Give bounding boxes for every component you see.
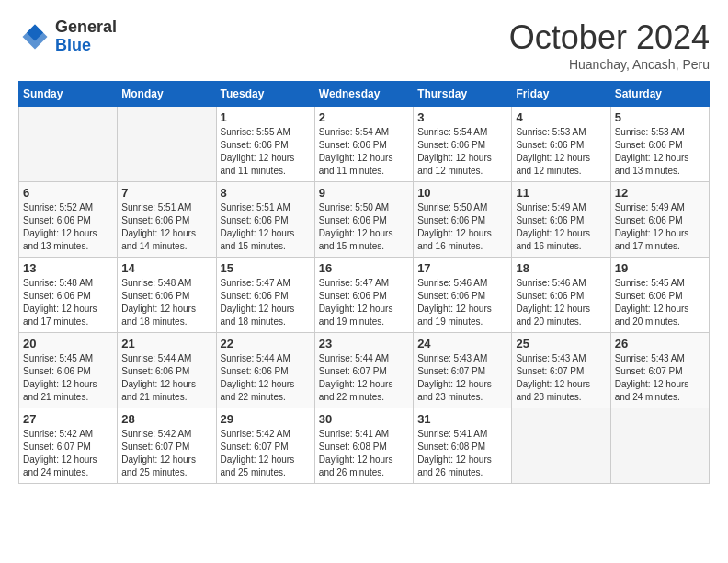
day-number: 29 (221, 412, 311, 426)
day-detail: Sunrise: 5:41 AM Sunset: 6:08 PM Dayligh… (319, 428, 409, 479)
day-detail: Sunrise: 5:45 AM Sunset: 6:06 PM Dayligh… (615, 277, 705, 328)
day-detail: Sunrise: 5:51 AM Sunset: 6:06 PM Dayligh… (221, 201, 311, 253)
header-row: SundayMondayTuesdayWednesdayThursdayFrid… (19, 82, 710, 107)
day-number: 21 (121, 337, 211, 350)
header-cell-friday: Friday (512, 82, 610, 107)
day-number: 27 (23, 412, 113, 426)
calendar-week-4: 20Sunrise: 5:45 AM Sunset: 6:06 PM Dayli… (19, 333, 710, 408)
day-detail: Sunrise: 5:43 AM Sunset: 6:07 PM Dayligh… (417, 352, 507, 404)
calendar-cell (118, 107, 216, 182)
calendar-cell: 5Sunrise: 5:53 AM Sunset: 6:06 PM Daylig… (610, 107, 709, 182)
calendar-cell: 22Sunrise: 5:44 AM Sunset: 6:06 PM Dayli… (216, 333, 314, 408)
day-detail: Sunrise: 5:54 AM Sunset: 6:06 PM Dayligh… (319, 126, 409, 178)
header-cell-saturday: Saturday (610, 82, 709, 107)
calendar-cell: 2Sunrise: 5:54 AM Sunset: 6:06 PM Daylig… (314, 107, 413, 182)
calendar-cell: 29Sunrise: 5:42 AM Sunset: 6:07 PM Dayli… (216, 408, 314, 484)
calendar-week-5: 27Sunrise: 5:42 AM Sunset: 6:07 PM Dayli… (19, 408, 710, 484)
calendar-cell (610, 408, 709, 484)
day-number: 20 (23, 337, 113, 350)
calendar-cell: 7Sunrise: 5:51 AM Sunset: 6:06 PM Daylig… (118, 182, 216, 258)
calendar-cell: 1Sunrise: 5:55 AM Sunset: 6:06 PM Daylig… (216, 107, 314, 182)
day-number: 4 (516, 110, 606, 124)
calendar-week-3: 13Sunrise: 5:48 AM Sunset: 6:06 PM Dayli… (19, 258, 710, 333)
calendar-week-1: 1Sunrise: 5:55 AM Sunset: 6:06 PM Daylig… (19, 107, 710, 182)
day-number: 31 (417, 412, 507, 426)
day-number: 1 (221, 110, 311, 124)
calendar-cell: 4Sunrise: 5:53 AM Sunset: 6:06 PM Daylig… (512, 107, 610, 182)
calendar-cell: 6Sunrise: 5:52 AM Sunset: 6:06 PM Daylig… (19, 182, 118, 258)
calendar-table: SundayMondayTuesdayWednesdayThursdayFrid… (18, 81, 710, 484)
calendar-cell: 12Sunrise: 5:49 AM Sunset: 6:06 PM Dayli… (610, 182, 709, 258)
day-detail: Sunrise: 5:49 AM Sunset: 6:06 PM Dayligh… (615, 201, 705, 253)
day-detail: Sunrise: 5:55 AM Sunset: 6:06 PM Dayligh… (221, 126, 311, 178)
day-detail: Sunrise: 5:53 AM Sunset: 6:06 PM Dayligh… (516, 126, 606, 178)
calendar-cell: 11Sunrise: 5:49 AM Sunset: 6:06 PM Dayli… (512, 182, 610, 258)
calendar-cell: 14Sunrise: 5:48 AM Sunset: 6:06 PM Dayli… (118, 258, 216, 333)
calendar-cell: 26Sunrise: 5:43 AM Sunset: 6:07 PM Dayli… (610, 333, 709, 408)
day-number: 25 (516, 337, 606, 350)
day-detail: Sunrise: 5:43 AM Sunset: 6:07 PM Dayligh… (615, 352, 705, 404)
calendar-cell: 3Sunrise: 5:54 AM Sunset: 6:06 PM Daylig… (414, 107, 512, 182)
header-cell-thursday: Thursday (414, 82, 512, 107)
calendar-cell: 10Sunrise: 5:50 AM Sunset: 6:06 PM Dayli… (414, 182, 512, 258)
day-number: 7 (121, 186, 211, 200)
calendar-week-2: 6Sunrise: 5:52 AM Sunset: 6:06 PM Daylig… (19, 182, 710, 258)
day-detail: Sunrise: 5:45 AM Sunset: 6:06 PM Dayligh… (23, 352, 113, 404)
day-detail: Sunrise: 5:50 AM Sunset: 6:06 PM Dayligh… (417, 201, 507, 253)
day-detail: Sunrise: 5:52 AM Sunset: 6:06 PM Dayligh… (23, 201, 113, 253)
calendar-cell: 8Sunrise: 5:51 AM Sunset: 6:06 PM Daylig… (216, 182, 314, 258)
header-cell-wednesday: Wednesday (314, 82, 413, 107)
day-number: 22 (221, 337, 311, 350)
day-detail: Sunrise: 5:46 AM Sunset: 6:06 PM Dayligh… (417, 277, 507, 328)
calendar-cell: 20Sunrise: 5:45 AM Sunset: 6:06 PM Dayli… (19, 333, 118, 408)
month-title: October 2024 (509, 18, 710, 57)
day-detail: Sunrise: 5:49 AM Sunset: 6:06 PM Dayligh… (516, 201, 606, 253)
calendar-header: SundayMondayTuesdayWednesdayThursdayFrid… (19, 82, 710, 107)
day-number: 18 (516, 261, 606, 275)
day-number: 8 (221, 186, 311, 200)
day-detail: Sunrise: 5:42 AM Sunset: 6:07 PM Dayligh… (221, 428, 311, 479)
calendar-cell: 25Sunrise: 5:43 AM Sunset: 6:07 PM Dayli… (512, 333, 610, 408)
logo-blue-text: Blue (55, 36, 91, 54)
calendar-cell: 18Sunrise: 5:46 AM Sunset: 6:06 PM Dayli… (512, 258, 610, 333)
day-number: 17 (417, 261, 507, 275)
day-detail: Sunrise: 5:41 AM Sunset: 6:08 PM Dayligh… (417, 428, 507, 479)
day-number: 11 (516, 186, 606, 200)
day-number: 26 (615, 337, 705, 350)
calendar-cell: 19Sunrise: 5:45 AM Sunset: 6:06 PM Dayli… (610, 258, 709, 333)
calendar-cell: 17Sunrise: 5:46 AM Sunset: 6:06 PM Dayli… (414, 258, 512, 333)
day-detail: Sunrise: 5:42 AM Sunset: 6:07 PM Dayligh… (23, 428, 113, 479)
day-number: 24 (417, 337, 507, 350)
page-header: General Blue October 2024 Huanchay, Anca… (18, 18, 710, 72)
calendar-cell (512, 408, 610, 484)
calendar-cell: 27Sunrise: 5:42 AM Sunset: 6:07 PM Dayli… (19, 408, 118, 484)
day-detail: Sunrise: 5:47 AM Sunset: 6:06 PM Dayligh… (319, 277, 409, 328)
title-section: October 2024 Huanchay, Ancash, Peru (509, 18, 710, 72)
day-detail: Sunrise: 5:43 AM Sunset: 6:07 PM Dayligh… (516, 352, 606, 404)
day-number: 6 (23, 186, 113, 200)
calendar-cell: 13Sunrise: 5:48 AM Sunset: 6:06 PM Dayli… (19, 258, 118, 333)
calendar-cell: 21Sunrise: 5:44 AM Sunset: 6:06 PM Dayli… (118, 333, 216, 408)
day-number: 10 (417, 186, 507, 200)
day-number: 15 (221, 261, 311, 275)
day-number: 28 (121, 412, 211, 426)
day-detail: Sunrise: 5:51 AM Sunset: 6:06 PM Dayligh… (121, 201, 211, 253)
header-cell-sunday: Sunday (19, 82, 118, 107)
day-detail: Sunrise: 5:50 AM Sunset: 6:06 PM Dayligh… (319, 201, 409, 253)
calendar-cell: 23Sunrise: 5:44 AM Sunset: 6:07 PM Dayli… (314, 333, 413, 408)
day-number: 3 (417, 110, 507, 124)
logo-icon (18, 20, 51, 53)
day-detail: Sunrise: 5:48 AM Sunset: 6:06 PM Dayligh… (23, 277, 113, 328)
day-detail: Sunrise: 5:54 AM Sunset: 6:06 PM Dayligh… (417, 126, 507, 178)
header-cell-monday: Monday (118, 82, 216, 107)
calendar-cell: 28Sunrise: 5:42 AM Sunset: 6:07 PM Dayli… (118, 408, 216, 484)
calendar-cell: 16Sunrise: 5:47 AM Sunset: 6:06 PM Dayli… (314, 258, 413, 333)
header-cell-tuesday: Tuesday (216, 82, 314, 107)
day-number: 12 (615, 186, 705, 200)
calendar-cell (19, 107, 118, 182)
day-detail: Sunrise: 5:44 AM Sunset: 6:07 PM Dayligh… (319, 352, 409, 404)
logo-general-text: General (55, 17, 117, 36)
day-detail: Sunrise: 5:42 AM Sunset: 6:07 PM Dayligh… (121, 428, 211, 479)
day-number: 23 (319, 337, 409, 350)
day-number: 9 (319, 186, 409, 200)
